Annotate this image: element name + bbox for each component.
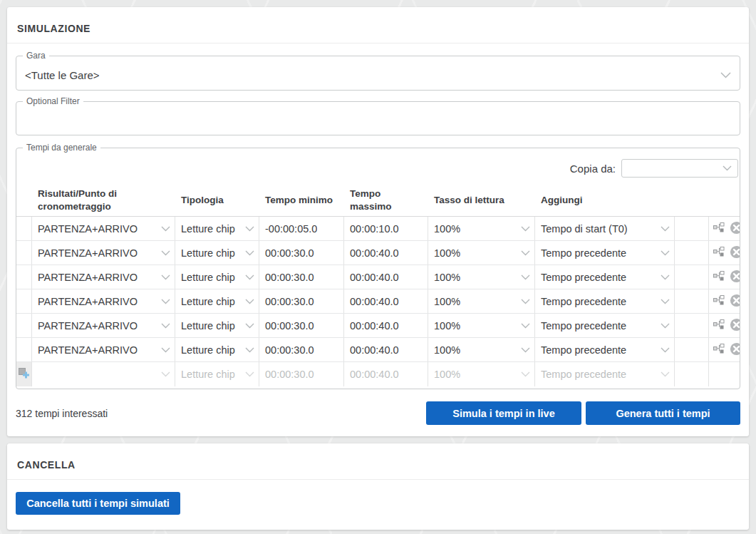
delete-row-icon[interactable] — [730, 221, 740, 237]
tempo-minimo-field[interactable]: 00:00:30.0 — [259, 314, 344, 337]
delete-row-icon[interactable] — [730, 269, 740, 285]
aggiungi-select[interactable]: Tempo precedente — [535, 314, 675, 337]
tempo-minimo-field[interactable]: -00:00:05.0 — [259, 217, 344, 240]
chevron-down-icon — [158, 347, 170, 353]
structure-icon[interactable] — [713, 319, 725, 332]
row-extra-cell — [675, 289, 709, 313]
chevron-down-icon — [658, 323, 670, 329]
risultati-select[interactable]: PARTENZA+ARRIVO — [32, 314, 175, 337]
aggiungi-select[interactable]: Tempo di start (T0) — [535, 217, 675, 240]
copia-da-row: Copia da: — [16, 159, 738, 178]
col-header-aggiungi: Aggiungi — [535, 194, 675, 207]
tempo-massimo-field[interactable]: 00:00:40.0 — [344, 289, 428, 313]
cancella-tempi-simulati-button[interactable]: Cancella tutti i tempi simulati — [16, 492, 180, 515]
tipologia-select[interactable]: Letture chip — [175, 217, 259, 240]
tasso-select[interactable]: 100% — [428, 217, 535, 240]
chevron-down-icon — [158, 371, 170, 377]
tempo-massimo-field[interactable]: 00:00:10.0 — [344, 217, 428, 240]
delete-row-icon[interactable] — [730, 294, 740, 309]
tipologia-select[interactable]: Letture chip — [175, 289, 259, 313]
add-row-cell[interactable] — [16, 362, 32, 386]
chevron-down-icon — [723, 165, 732, 171]
tempo-minimo-field[interactable]: 00:00:30.0 — [259, 265, 344, 289]
chevron-down-icon — [658, 371, 670, 377]
chevron-down-icon — [518, 274, 530, 280]
simula-tempi-live-button[interactable]: Simula i tempi in live — [426, 401, 581, 425]
tasso-select[interactable]: 100% — [428, 241, 535, 265]
genera-tutti-tempi-button[interactable]: Genera tutti i tempi — [586, 401, 740, 425]
aggiungi-select[interactable]: Tempo precedente — [535, 241, 675, 265]
aggiungi-select[interactable]: Tempo precedente — [535, 289, 675, 313]
row-extra-cell — [675, 362, 709, 386]
copia-da-label: Copia da: — [570, 163, 616, 175]
chevron-down-icon — [518, 226, 530, 232]
risultati-select[interactable]: PARTENZA+ARRIVO — [32, 265, 175, 289]
tempo-massimo-field[interactable]: 00:00:40.0 — [344, 314, 428, 337]
table-header-row: Risultati/Punto di cronometraggio Tipolo… — [16, 185, 740, 217]
chevron-down-icon — [158, 323, 170, 329]
structure-icon[interactable] — [713, 271, 725, 283]
gara-label: Gara — [23, 51, 49, 61]
tasso-select[interactable]: 100% — [428, 265, 535, 289]
row-handle[interactable] — [16, 338, 32, 361]
risultati-select-disabled — [32, 362, 175, 386]
col-header-tempo-massimo: Tempo massimo — [344, 188, 428, 212]
chevron-down-icon — [518, 371, 530, 377]
tipologia-select[interactable]: Letture chip — [175, 314, 259, 337]
row-handle[interactable] — [16, 289, 32, 313]
table-row: PARTENZA+ARRIVO Letture chip 00:00:30.0 … — [16, 289, 740, 314]
chevron-down-icon — [658, 347, 670, 353]
delete-row-icon[interactable] — [730, 318, 740, 334]
optional-filter-input[interactable] — [25, 115, 731, 128]
tempo-massimo-field[interactable]: 00:00:40.0 — [344, 265, 428, 289]
tempo-minimo-field[interactable]: 00:00:30.0 — [259, 289, 344, 313]
chevron-down-icon — [242, 299, 254, 304]
chevron-down-icon — [518, 250, 530, 256]
simulazione-header: SIMULAZIONE — [7, 7, 749, 43]
delete-row-icon[interactable] — [730, 245, 740, 261]
tasso-select[interactable]: 100% — [428, 338, 535, 361]
chevron-down-icon — [242, 347, 254, 353]
tempo-minimo-field[interactable]: 00:00:30.0 — [259, 241, 344, 265]
tipologia-select[interactable]: Letture chip — [175, 338, 259, 361]
structure-icon[interactable] — [713, 247, 725, 259]
risultati-select[interactable]: PARTENZA+ARRIVO — [32, 217, 175, 240]
tipologia-select[interactable]: Letture chip — [175, 265, 259, 289]
aggiungi-select[interactable]: Tempo precedente — [535, 338, 675, 361]
delete-row-icon[interactable] — [730, 342, 740, 358]
chevron-down-icon — [658, 250, 670, 256]
optional-filter-label: Optional Filter — [23, 96, 83, 107]
row-actions — [709, 314, 740, 337]
tempo-massimo-field[interactable]: 00:00:40.0 — [344, 241, 428, 265]
chevron-down-icon — [158, 274, 170, 280]
row-handle[interactable] — [16, 217, 32, 240]
chevron-down-icon[interactable] — [720, 72, 731, 78]
structure-icon[interactable] — [713, 222, 725, 235]
tipologia-select[interactable]: Letture chip — [175, 241, 259, 265]
tasso-select[interactable]: 100% — [428, 314, 535, 337]
structure-icon[interactable] — [713, 344, 725, 356]
simulation-footer: 312 tempi interessati Simula i tempi in … — [16, 401, 740, 425]
gara-select-value: <Tutte le Gare> — [25, 69, 720, 81]
tempo-massimo-field[interactable]: 00:00:40.0 — [344, 338, 428, 361]
row-handle[interactable] — [16, 265, 32, 289]
risultati-select[interactable]: PARTENZA+ARRIVO — [32, 338, 175, 361]
table-row: PARTENZA+ARRIVO Letture chip 00:00:30.0 … — [16, 265, 740, 289]
row-actions — [709, 338, 740, 361]
structure-icon[interactable] — [713, 295, 725, 307]
tasso-select[interactable]: 100% — [428, 289, 535, 313]
row-extra-cell — [675, 265, 709, 289]
row-handle[interactable] — [16, 241, 32, 265]
aggiungi-select[interactable]: Tempo precedente — [535, 265, 675, 289]
table-body: PARTENZA+ARRIVO Letture chip -00:00:05.0… — [16, 217, 740, 362]
copia-da-select[interactable] — [621, 159, 738, 178]
chevron-down-icon — [158, 250, 170, 256]
table-row: PARTENZA+ARRIVO Letture chip 00:00:30.0 … — [16, 241, 740, 265]
row-handle[interactable] — [16, 314, 32, 337]
cancella-title: CANCELLA — [17, 459, 76, 471]
risultati-select[interactable]: PARTENZA+ARRIVO — [32, 289, 175, 313]
risultati-select[interactable]: PARTENZA+ARRIVO — [32, 241, 175, 265]
tempo-minimo-field[interactable]: 00:00:30.0 — [259, 338, 344, 361]
cancella-header: CANCELLA — [7, 443, 749, 480]
col-header-tasso: Tasso di lettura — [428, 194, 535, 207]
